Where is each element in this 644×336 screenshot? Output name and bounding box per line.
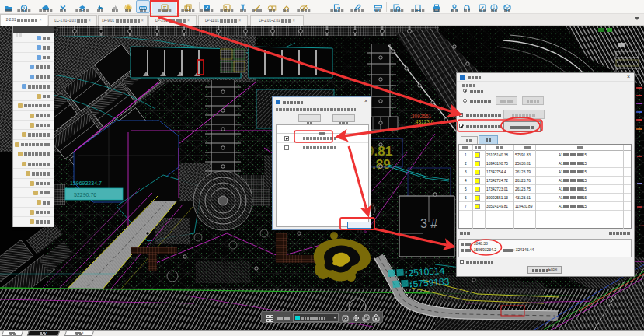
svg-text:52290.76: 52290.76 — [74, 192, 96, 198]
svg-text::43123.6: :43123.6 — [414, 119, 434, 124]
svg-text:.89: .89 — [372, 157, 391, 172]
svg-text:159693234.7: 159693234.7 — [70, 180, 102, 186]
svg-text::3092551: :3092551 — [410, 114, 431, 119]
